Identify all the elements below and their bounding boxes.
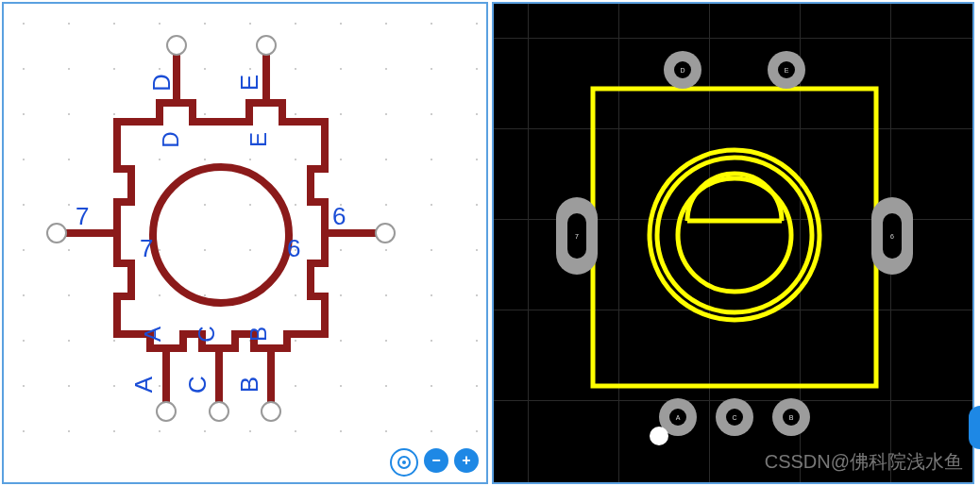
pad-label-B: B [789,414,794,421]
footprint-pane[interactable]: D E 7 6 A C B CSSDN@佛科院浅水鱼 [492,2,974,484]
inner-label-E: E [245,132,272,147]
zoom-in-button[interactable]: + [454,448,479,473]
inner-label-B: B [245,327,272,342]
plus-icon: + [462,452,470,469]
pin-label-6: 6 [332,202,346,231]
svg-point-8 [167,36,186,55]
inner-label-7: 7 [140,234,153,263]
side-handle[interactable] [969,406,980,449]
target-icon [397,456,411,469]
pin-label-E: E [235,75,264,91]
svg-point-13 [47,224,66,243]
pad-label-7: 7 [575,233,579,240]
svg-point-11 [210,402,228,421]
pin-label-B: B [235,377,264,393]
view-controls: − + [390,448,479,477]
pad-label-D: D [680,67,684,74]
inner-label-A: A [140,327,166,342]
inner-label-C: C [194,326,220,342]
zoom-out-button[interactable]: − [424,448,448,473]
watermark: CSSDN@佛科院浅水鱼 [765,449,963,475]
pin-label-D: D [147,74,177,92]
svg-point-12 [262,402,280,421]
pad-label-C: C [732,414,736,421]
svg-point-17 [657,158,812,312]
pad-label-6: 6 [890,233,894,240]
minus-icon: − [431,452,440,469]
pin-label-7: 7 [76,202,89,231]
pin-label-A: A [129,377,159,393]
pad-label-A: A [676,414,681,421]
svg-point-10 [157,402,176,421]
schematic-pane[interactable]: /* rendered below via JS */ [2,2,488,484]
footprint-drawing: D E 7 6 A C B [494,4,972,482]
origin-marker [650,427,668,445]
pin-label-C: C [183,376,212,394]
inner-label-6: 6 [287,234,300,263]
svg-rect-15 [593,89,876,386]
svg-point-14 [376,224,395,243]
svg-point-9 [257,36,276,55]
pad-label-E: E [785,67,789,74]
recenter-button[interactable] [390,448,418,477]
inner-label-D: D [158,131,184,147]
svg-point-0 [153,167,289,303]
